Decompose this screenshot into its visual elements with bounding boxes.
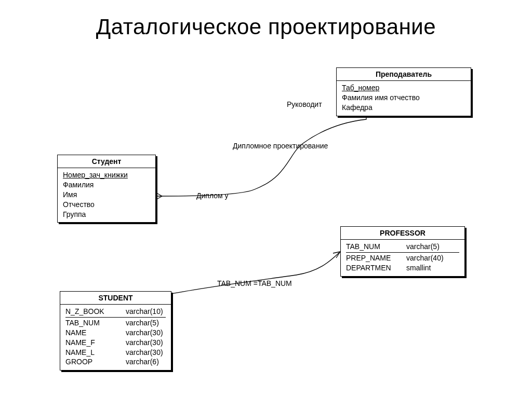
- studenttbl-row-0-name: N_Z_BOOK: [65, 307, 104, 315]
- entity-teacher-body: Таб_номер Фамилия имя отчество Кафедра: [337, 81, 471, 116]
- studenttbl-row-4-name: NAME_L: [65, 348, 116, 358]
- studenttbl-row-5-name: GROOP: [65, 357, 116, 367]
- studenttbl-row-2-name: NAME: [65, 328, 116, 338]
- student-attr-0: Номер_зач_книжки: [63, 171, 128, 179]
- entity-professor-body: TAB_NUM varchar(5) PREP_NAME varchar(40)…: [341, 240, 464, 276]
- label-diploma-design: Дипломное проектирование: [233, 142, 328, 150]
- studenttbl-row-5-type: varchar(6): [126, 357, 159, 367]
- student-attr-2: Имя: [63, 190, 150, 200]
- label-fk: TAB_NUM =TAB_NUM: [217, 279, 292, 287]
- student-attr-3: Отчество: [63, 200, 150, 210]
- entity-student-title: Студент: [58, 155, 155, 168]
- studenttbl-row-3-name: NAME_F: [65, 338, 116, 348]
- studenttbl-row-2-type: varchar(30): [126, 328, 163, 338]
- entity-teacher: Преподаватель Таб_номер Фамилия имя отче…: [336, 67, 471, 116]
- entity-student-body: Номер_зач_книжки Фамилия Имя Отчество Гр…: [58, 168, 155, 222]
- entity-student: Студент Номер_зач_книжки Фамилия Имя Отч…: [57, 155, 156, 223]
- entity-professor-title: PROFESSOR: [341, 227, 464, 240]
- professor-row-0-name: TAB_NUM: [346, 242, 380, 251]
- diagram-canvas: Руководит Дипломное проектирование Дипло…: [0, 0, 532, 398]
- entity-student-table: STUDENT N_Z_BOOK varchar(10) TAB_NUM var…: [60, 291, 171, 370]
- entity-professor: PROFESSOR TAB_NUM varchar(5) PREP_NAME v…: [340, 226, 465, 277]
- professor-row-1-type: varchar(40): [406, 253, 444, 263]
- entity-student-table-title: STUDENT: [60, 292, 171, 305]
- studenttbl-row-4-type: varchar(30): [126, 348, 163, 358]
- label-diploma-to: Диплом у: [196, 191, 229, 200]
- professor-row-2-name: DEPARTMEN: [346, 263, 397, 273]
- entity-teacher-title: Преподаватель: [337, 68, 471, 81]
- label-supervises: Руководит: [287, 100, 322, 108]
- studenttbl-row-0-type: varchar(10): [126, 307, 163, 315]
- teacher-attr-0: Таб_номер: [342, 84, 379, 92]
- studenttbl-row-1-type: varchar(5): [126, 318, 159, 328]
- professor-row-0-type: varchar(5): [406, 242, 440, 251]
- student-attr-1: Фамилия: [63, 180, 150, 190]
- teacher-attr-2: Кафедра: [342, 103, 466, 113]
- teacher-attr-1: Фамилия имя отчество: [342, 93, 466, 103]
- studenttbl-row-3-type: varchar(30): [126, 338, 163, 348]
- student-attr-4: Группа: [63, 210, 150, 219]
- entity-student-table-body: N_Z_BOOK varchar(10) TAB_NUM varchar(5) …: [60, 305, 171, 370]
- professor-row-1-name: PREP_NAME: [346, 253, 397, 263]
- professor-row-2-type: smallint: [406, 263, 431, 273]
- studenttbl-row-1-name: TAB_NUM: [65, 318, 116, 328]
